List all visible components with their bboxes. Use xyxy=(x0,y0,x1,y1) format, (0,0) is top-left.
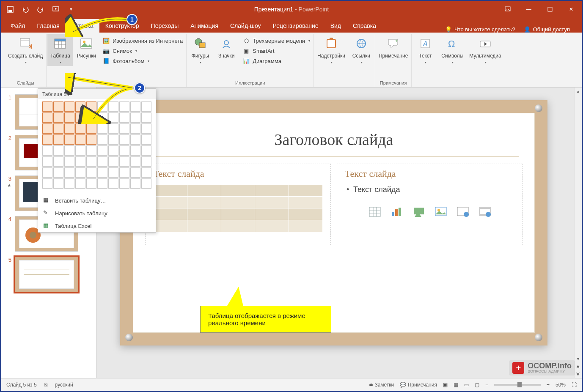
screenshot-button[interactable]: 📷Снимок▾ xyxy=(100,46,185,55)
vertical-scrollbar[interactable]: ▲ ▼ ⮝ ⮟ xyxy=(574,88,582,378)
grid-cell[interactable] xyxy=(97,123,107,134)
grid-cell[interactable] xyxy=(86,167,96,178)
grid-cell[interactable] xyxy=(108,156,118,167)
fit-to-window-icon[interactable]: ⛶ xyxy=(572,382,577,388)
addins-button[interactable]: Надстройки▾ xyxy=(315,34,348,66)
slideshow-view-icon[interactable]: ▢ xyxy=(475,382,479,388)
grid-cell[interactable] xyxy=(108,145,118,156)
ph-video-icon[interactable] xyxy=(479,207,491,217)
next-slide-icon[interactable]: ⮟ xyxy=(575,370,582,378)
zoom-slider[interactable] xyxy=(494,384,541,386)
grid-cell[interactable] xyxy=(42,167,52,178)
grid-cell[interactable] xyxy=(108,167,118,178)
undo-icon[interactable] xyxy=(22,5,29,13)
grid-cell[interactable] xyxy=(53,178,63,189)
normal-view-icon[interactable]: ▣ xyxy=(443,382,448,388)
thumbnail-row[interactable]: 5 xyxy=(1,254,96,295)
online-pictures-button[interactable]: 🖼️Изображения из Интернета xyxy=(100,36,185,45)
grid-cell[interactable] xyxy=(75,134,85,145)
grid-cell[interactable] xyxy=(64,167,74,178)
text-button[interactable]: AТекст▾ xyxy=(412,34,438,66)
slideshow-start-icon[interactable] xyxy=(52,5,60,13)
grid-cell[interactable] xyxy=(42,156,52,167)
grid-cell[interactable] xyxy=(130,123,140,134)
grid-cell[interactable] xyxy=(130,178,140,189)
grid-cell[interactable] xyxy=(119,145,129,156)
grid-cell[interactable] xyxy=(64,178,74,189)
grid-cell[interactable] xyxy=(108,134,118,145)
tab-home[interactable]: Главная xyxy=(31,19,65,33)
zoom-level[interactable]: 50% xyxy=(556,382,566,388)
shapes-button[interactable]: Фигуры▾ xyxy=(187,34,213,66)
chart-button[interactable]: 📊Диаграмма xyxy=(240,56,313,66)
tell-me-search[interactable]: 💡 Что вы хотите сделать? xyxy=(445,26,515,33)
notes-button[interactable]: ≐ Заметки xyxy=(369,382,394,388)
grid-cell[interactable] xyxy=(64,145,74,156)
grid-cell[interactable] xyxy=(97,145,107,156)
grid-cell[interactable] xyxy=(86,134,96,145)
tab-review[interactable]: Рецензирование xyxy=(267,19,324,33)
grid-cell[interactable] xyxy=(42,101,52,112)
excel-table-item[interactable]: ▦Таблица Excel xyxy=(38,219,156,232)
grid-cell[interactable] xyxy=(141,112,151,123)
grid-cell[interactable] xyxy=(141,101,151,112)
grid-cell[interactable] xyxy=(108,123,118,134)
grid-cell[interactable] xyxy=(86,123,96,134)
3d-models-button[interactable]: ⬡Трехмерные модели▾ xyxy=(240,36,313,45)
ribbon-options-icon[interactable] xyxy=(497,1,518,17)
content-placeholder-left[interactable]: Текст слайда xyxy=(145,164,331,245)
minimize-icon[interactable]: — xyxy=(518,1,539,17)
sorter-view-icon[interactable]: ▦ xyxy=(454,382,458,388)
grid-cell[interactable] xyxy=(97,167,107,178)
comment-button[interactable]: +Примечание xyxy=(376,34,410,60)
ph-smartart-icon[interactable] xyxy=(413,207,425,217)
insert-table-item[interactable]: ▦Вставить таблицу… xyxy=(38,194,156,207)
share-button[interactable]: 👤 Общий доступ xyxy=(524,26,570,33)
thumbnail-slide[interactable] xyxy=(15,257,78,292)
grid-cell[interactable] xyxy=(119,134,129,145)
draw-table-item[interactable]: ✎Нарисовать таблицу xyxy=(38,207,156,219)
tab-file[interactable]: Файл xyxy=(5,19,31,33)
grid-cell[interactable] xyxy=(42,178,52,189)
grid-cell[interactable] xyxy=(64,123,74,134)
content-placeholder-right[interactable]: Текст слайда Текст слайда xyxy=(337,164,522,245)
icons-button[interactable]: Значки xyxy=(214,34,239,60)
grid-cell[interactable] xyxy=(119,156,129,167)
grid-cell[interactable] xyxy=(141,145,151,156)
grid-cell[interactable] xyxy=(53,134,63,145)
grid-cell[interactable] xyxy=(141,178,151,189)
grid-cell[interactable] xyxy=(86,156,96,167)
tab-help[interactable]: Справка xyxy=(347,19,382,33)
links-button[interactable]: Ссылки▾ xyxy=(349,34,374,66)
grid-cell[interactable] xyxy=(141,134,151,145)
grid-cell[interactable] xyxy=(97,178,107,189)
grid-cell[interactable] xyxy=(119,178,129,189)
grid-cell[interactable] xyxy=(141,123,151,134)
save-icon[interactable] xyxy=(6,5,14,13)
slide-editor[interactable]: Заголовок слайда Текст слайда Текст слай… xyxy=(96,88,582,378)
grid-cell[interactable] xyxy=(64,156,74,167)
pictures-button[interactable]: Рисунки xyxy=(74,34,99,60)
language-indicator[interactable]: русский xyxy=(55,382,73,388)
slide-title-placeholder[interactable]: Заголовок слайда xyxy=(148,113,519,157)
grid-cell[interactable] xyxy=(97,134,107,145)
grid-cell[interactable] xyxy=(42,112,52,123)
grid-cell[interactable] xyxy=(75,156,85,167)
grid-cell[interactable] xyxy=(53,145,63,156)
scroll-down-icon[interactable]: ▼ xyxy=(575,355,582,363)
smartart-button[interactable]: ▣SmartArt xyxy=(240,46,313,55)
ph-online-picture-icon[interactable] xyxy=(457,207,469,217)
grid-cell[interactable] xyxy=(86,178,96,189)
grid-cell[interactable] xyxy=(97,156,107,167)
grid-cell[interactable] xyxy=(53,101,63,112)
grid-cell[interactable] xyxy=(53,167,63,178)
grid-cell[interactable] xyxy=(130,156,140,167)
redo-icon[interactable] xyxy=(37,5,44,13)
new-slide-button[interactable]: ✱ Создать слайд▾ xyxy=(6,34,45,66)
tab-animations[interactable]: Анимация xyxy=(184,19,224,33)
comments-button[interactable]: 💬 Примечания xyxy=(400,382,437,388)
grid-cell[interactable] xyxy=(75,167,85,178)
grid-cell[interactable] xyxy=(141,156,151,167)
tab-slideshow[interactable]: Слайд-шоу xyxy=(224,19,267,33)
grid-cell[interactable] xyxy=(75,145,85,156)
